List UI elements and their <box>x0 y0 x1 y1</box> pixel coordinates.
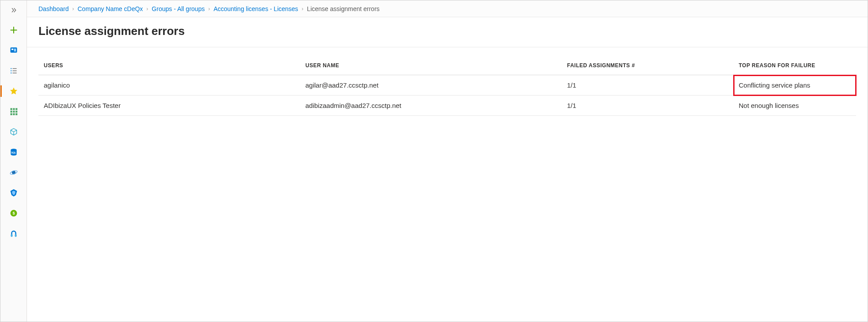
svg-rect-2 <box>14 49 15 52</box>
breadcrumb-link-licenses[interactable]: Accounting licenses - Licenses <box>213 5 298 12</box>
col-header-user-name[interactable]: USER NAME <box>300 55 562 75</box>
breadcrumb-link-groups[interactable]: Groups - All groups <box>152 5 205 12</box>
main-panel: Dashboard › Company Name cDeQx › Groups … <box>27 0 868 322</box>
col-header-users[interactable]: USERS <box>38 55 300 75</box>
cell-failed: 1/1 <box>562 75 734 96</box>
table-row[interactable]: ADIbizaUX Policies Testeradibizaadmin@aa… <box>38 96 856 116</box>
chevron-right-icon: › <box>72 6 74 12</box>
svg-text:SQL: SQL <box>11 151 16 154</box>
chevron-right-icon: › <box>208 6 210 12</box>
svg-point-5 <box>10 73 11 74</box>
sidebar: SQL $ <box>0 0 27 322</box>
svg-rect-15 <box>10 113 12 115</box>
list-icon <box>9 66 18 75</box>
breadcrumb-link-dashboard[interactable]: Dashboard <box>38 5 69 12</box>
svg-rect-10 <box>13 108 15 110</box>
sidebar-item-all-resources[interactable] <box>0 104 27 119</box>
svg-text:$: $ <box>12 211 15 215</box>
sidebar-item-sql[interactable]: SQL <box>0 145 27 160</box>
cell-user: ADIbizaUX Policies Tester <box>38 96 300 116</box>
content: USERS USER NAME FAILED ASSIGNMENTS # TOP… <box>27 47 868 124</box>
devops-icon <box>9 188 18 197</box>
sidebar-item-favorites[interactable] <box>0 84 27 99</box>
cell-reason: Not enough licenses <box>734 96 857 116</box>
cube-icon <box>9 127 18 136</box>
breadcrumb-current: License assignment errors <box>307 5 380 12</box>
svg-rect-13 <box>13 111 15 112</box>
sidebar-item-resource-groups[interactable] <box>0 124 27 139</box>
sidebar-item-cosmos[interactable] <box>0 165 27 180</box>
breadcrumb: Dashboard › Company Name cDeQx › Groups … <box>27 0 868 17</box>
cost-icon: $ <box>9 209 18 218</box>
svg-point-3 <box>10 68 11 69</box>
double-chevron-right-icon <box>10 7 17 14</box>
support-icon <box>9 229 18 238</box>
svg-rect-25 <box>15 234 16 237</box>
svg-rect-1 <box>11 49 13 50</box>
sidebar-item-devops[interactable] <box>0 185 27 200</box>
errors-table: USERS USER NAME FAILED ASSIGNMENTS # TOP… <box>38 55 856 116</box>
sidebar-item-cost[interactable]: $ <box>0 206 27 221</box>
star-icon <box>9 87 18 96</box>
svg-rect-16 <box>13 113 15 115</box>
svg-rect-17 <box>15 113 17 115</box>
svg-rect-14 <box>15 111 17 112</box>
cosmos-db-icon <box>9 168 18 177</box>
col-header-failed[interactable]: FAILED ASSIGNMENTS # <box>562 55 734 75</box>
cell-reason: Conflicting service plans <box>734 75 857 96</box>
table-row[interactable]: agilanicoagilar@aad27.ccsctp.net1/1Confl… <box>38 75 856 96</box>
svg-point-4 <box>10 70 11 72</box>
active-indicator <box>0 85 2 97</box>
dashboard-icon <box>9 46 18 55</box>
cell-user: agilanico <box>38 75 300 96</box>
sidebar-item-list[interactable] <box>0 63 27 78</box>
cell-user-name: adibizaadmin@aad27.ccsctp.net <box>300 96 562 116</box>
sidebar-item-support[interactable] <box>0 226 27 241</box>
chevron-right-icon: › <box>146 6 148 12</box>
col-header-reason[interactable]: TOP REASON FOR FAILURE <box>734 55 857 75</box>
grid-icon <box>9 107 18 116</box>
svg-rect-11 <box>15 108 17 110</box>
sql-database-icon: SQL <box>9 148 18 157</box>
svg-rect-8 <box>12 73 16 73</box>
page-header: License assignment errors <box>27 17 868 47</box>
sidebar-item-create[interactable] <box>0 23 27 38</box>
svg-rect-9 <box>10 108 12 110</box>
page-title: License assignment errors <box>38 24 856 38</box>
breadcrumb-link-company[interactable]: Company Name cDeQx <box>78 5 143 12</box>
svg-rect-7 <box>12 70 16 71</box>
plus-icon <box>9 26 18 34</box>
svg-rect-24 <box>11 234 12 237</box>
chevron-right-icon: › <box>302 6 304 12</box>
sidebar-expand-toggle[interactable] <box>0 3 27 17</box>
cell-user-name: agilar@aad27.ccsctp.net <box>300 75 562 96</box>
svg-rect-0 <box>10 47 17 53</box>
sidebar-item-dashboard[interactable] <box>0 43 27 58</box>
svg-rect-6 <box>12 68 16 69</box>
svg-rect-12 <box>10 111 12 112</box>
cell-failed: 1/1 <box>562 96 734 116</box>
